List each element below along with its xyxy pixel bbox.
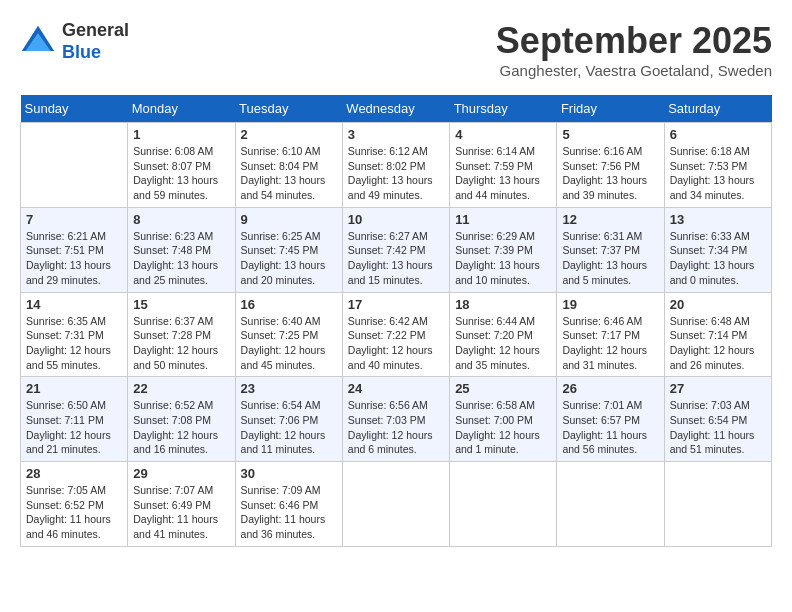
location: Ganghester, Vaestra Goetaland, Sweden xyxy=(496,62,772,79)
calendar-cell: 15Sunrise: 6:37 AM Sunset: 7:28 PM Dayli… xyxy=(128,292,235,377)
weekday-label: Monday xyxy=(128,95,235,123)
calendar-week-row: 1Sunrise: 6:08 AM Sunset: 8:07 PM Daylig… xyxy=(21,123,772,208)
title-block: September 2025 Ganghester, Vaestra Goeta… xyxy=(496,20,772,79)
weekday-label: Sunday xyxy=(21,95,128,123)
calendar-cell: 29Sunrise: 7:07 AM Sunset: 6:49 PM Dayli… xyxy=(128,462,235,547)
day-number: 23 xyxy=(241,381,337,396)
day-number: 28 xyxy=(26,466,122,481)
calendar-cell: 30Sunrise: 7:09 AM Sunset: 6:46 PM Dayli… xyxy=(235,462,342,547)
day-number: 14 xyxy=(26,297,122,312)
weekday-label: Saturday xyxy=(664,95,771,123)
day-number: 9 xyxy=(241,212,337,227)
calendar-cell: 21Sunrise: 6:50 AM Sunset: 7:11 PM Dayli… xyxy=(21,377,128,462)
calendar-cell: 3Sunrise: 6:12 AM Sunset: 8:02 PM Daylig… xyxy=(342,123,449,208)
calendar-cell xyxy=(21,123,128,208)
logo: General Blue xyxy=(20,20,129,63)
weekday-label: Friday xyxy=(557,95,664,123)
day-number: 30 xyxy=(241,466,337,481)
day-number: 24 xyxy=(348,381,444,396)
day-number: 1 xyxy=(133,127,229,142)
weekday-label: Wednesday xyxy=(342,95,449,123)
day-info: Sunrise: 6:56 AM Sunset: 7:03 PM Dayligh… xyxy=(348,398,444,457)
calendar-cell: 27Sunrise: 7:03 AM Sunset: 6:54 PM Dayli… xyxy=(664,377,771,462)
day-number: 13 xyxy=(670,212,766,227)
calendar-cell: 23Sunrise: 6:54 AM Sunset: 7:06 PM Dayli… xyxy=(235,377,342,462)
weekday-header-row: SundayMondayTuesdayWednesdayThursdayFrid… xyxy=(21,95,772,123)
day-info: Sunrise: 6:21 AM Sunset: 7:51 PM Dayligh… xyxy=(26,229,122,288)
calendar-cell: 14Sunrise: 6:35 AM Sunset: 7:31 PM Dayli… xyxy=(21,292,128,377)
calendar-cell: 17Sunrise: 6:42 AM Sunset: 7:22 PM Dayli… xyxy=(342,292,449,377)
day-number: 26 xyxy=(562,381,658,396)
calendar-week-row: 28Sunrise: 7:05 AM Sunset: 6:52 PM Dayli… xyxy=(21,462,772,547)
day-number: 3 xyxy=(348,127,444,142)
day-number: 12 xyxy=(562,212,658,227)
day-info: Sunrise: 6:08 AM Sunset: 8:07 PM Dayligh… xyxy=(133,144,229,203)
day-number: 29 xyxy=(133,466,229,481)
calendar-cell xyxy=(664,462,771,547)
calendar-body: 1Sunrise: 6:08 AM Sunset: 8:07 PM Daylig… xyxy=(21,123,772,547)
day-info: Sunrise: 6:42 AM Sunset: 7:22 PM Dayligh… xyxy=(348,314,444,373)
day-number: 27 xyxy=(670,381,766,396)
day-number: 19 xyxy=(562,297,658,312)
calendar-cell: 6Sunrise: 6:18 AM Sunset: 7:53 PM Daylig… xyxy=(664,123,771,208)
day-number: 18 xyxy=(455,297,551,312)
day-number: 21 xyxy=(26,381,122,396)
logo-text: General Blue xyxy=(62,20,129,63)
day-info: Sunrise: 7:03 AM Sunset: 6:54 PM Dayligh… xyxy=(670,398,766,457)
calendar-cell xyxy=(342,462,449,547)
calendar-cell: 10Sunrise: 6:27 AM Sunset: 7:42 PM Dayli… xyxy=(342,207,449,292)
calendar-cell: 24Sunrise: 6:56 AM Sunset: 7:03 PM Dayli… xyxy=(342,377,449,462)
day-info: Sunrise: 6:12 AM Sunset: 8:02 PM Dayligh… xyxy=(348,144,444,203)
calendar-cell: 5Sunrise: 6:16 AM Sunset: 7:56 PM Daylig… xyxy=(557,123,664,208)
day-number: 10 xyxy=(348,212,444,227)
calendar-cell: 25Sunrise: 6:58 AM Sunset: 7:00 PM Dayli… xyxy=(450,377,557,462)
day-number: 15 xyxy=(133,297,229,312)
calendar-cell: 18Sunrise: 6:44 AM Sunset: 7:20 PM Dayli… xyxy=(450,292,557,377)
day-info: Sunrise: 6:54 AM Sunset: 7:06 PM Dayligh… xyxy=(241,398,337,457)
page-header: General Blue September 2025 Ganghester, … xyxy=(20,20,772,79)
calendar-cell: 7Sunrise: 6:21 AM Sunset: 7:51 PM Daylig… xyxy=(21,207,128,292)
calendar-table: SundayMondayTuesdayWednesdayThursdayFrid… xyxy=(20,95,772,547)
calendar-cell xyxy=(450,462,557,547)
day-number: 6 xyxy=(670,127,766,142)
logo-icon xyxy=(20,24,56,60)
calendar-cell: 9Sunrise: 6:25 AM Sunset: 7:45 PM Daylig… xyxy=(235,207,342,292)
day-info: Sunrise: 7:05 AM Sunset: 6:52 PM Dayligh… xyxy=(26,483,122,542)
day-number: 11 xyxy=(455,212,551,227)
day-info: Sunrise: 6:29 AM Sunset: 7:39 PM Dayligh… xyxy=(455,229,551,288)
calendar-cell: 11Sunrise: 6:29 AM Sunset: 7:39 PM Dayli… xyxy=(450,207,557,292)
weekday-label: Tuesday xyxy=(235,95,342,123)
month-title: September 2025 xyxy=(496,20,772,62)
day-number: 4 xyxy=(455,127,551,142)
day-info: Sunrise: 6:10 AM Sunset: 8:04 PM Dayligh… xyxy=(241,144,337,203)
day-info: Sunrise: 6:50 AM Sunset: 7:11 PM Dayligh… xyxy=(26,398,122,457)
day-number: 16 xyxy=(241,297,337,312)
day-info: Sunrise: 6:35 AM Sunset: 7:31 PM Dayligh… xyxy=(26,314,122,373)
day-number: 5 xyxy=(562,127,658,142)
day-number: 7 xyxy=(26,212,122,227)
day-info: Sunrise: 6:14 AM Sunset: 7:59 PM Dayligh… xyxy=(455,144,551,203)
calendar-cell: 19Sunrise: 6:46 AM Sunset: 7:17 PM Dayli… xyxy=(557,292,664,377)
day-info: Sunrise: 6:46 AM Sunset: 7:17 PM Dayligh… xyxy=(562,314,658,373)
calendar-cell: 12Sunrise: 6:31 AM Sunset: 7:37 PM Dayli… xyxy=(557,207,664,292)
day-info: Sunrise: 6:37 AM Sunset: 7:28 PM Dayligh… xyxy=(133,314,229,373)
calendar-cell: 4Sunrise: 6:14 AM Sunset: 7:59 PM Daylig… xyxy=(450,123,557,208)
calendar-cell: 26Sunrise: 7:01 AM Sunset: 6:57 PM Dayli… xyxy=(557,377,664,462)
weekday-label: Thursday xyxy=(450,95,557,123)
calendar-cell: 8Sunrise: 6:23 AM Sunset: 7:48 PM Daylig… xyxy=(128,207,235,292)
calendar-cell: 28Sunrise: 7:05 AM Sunset: 6:52 PM Dayli… xyxy=(21,462,128,547)
calendar-week-row: 7Sunrise: 6:21 AM Sunset: 7:51 PM Daylig… xyxy=(21,207,772,292)
day-info: Sunrise: 6:40 AM Sunset: 7:25 PM Dayligh… xyxy=(241,314,337,373)
day-info: Sunrise: 7:07 AM Sunset: 6:49 PM Dayligh… xyxy=(133,483,229,542)
day-info: Sunrise: 7:01 AM Sunset: 6:57 PM Dayligh… xyxy=(562,398,658,457)
day-info: Sunrise: 6:27 AM Sunset: 7:42 PM Dayligh… xyxy=(348,229,444,288)
calendar-week-row: 21Sunrise: 6:50 AM Sunset: 7:11 PM Dayli… xyxy=(21,377,772,462)
day-info: Sunrise: 6:58 AM Sunset: 7:00 PM Dayligh… xyxy=(455,398,551,457)
calendar-cell xyxy=(557,462,664,547)
day-info: Sunrise: 6:18 AM Sunset: 7:53 PM Dayligh… xyxy=(670,144,766,203)
calendar-cell: 1Sunrise: 6:08 AM Sunset: 8:07 PM Daylig… xyxy=(128,123,235,208)
day-number: 25 xyxy=(455,381,551,396)
calendar-cell: 20Sunrise: 6:48 AM Sunset: 7:14 PM Dayli… xyxy=(664,292,771,377)
day-info: Sunrise: 6:52 AM Sunset: 7:08 PM Dayligh… xyxy=(133,398,229,457)
day-info: Sunrise: 6:25 AM Sunset: 7:45 PM Dayligh… xyxy=(241,229,337,288)
